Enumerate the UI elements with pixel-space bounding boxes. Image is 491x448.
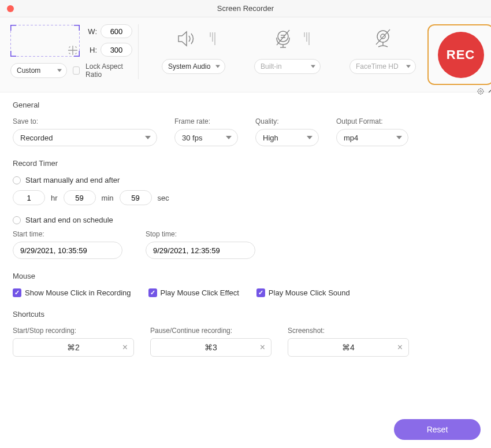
min-unit: min [102, 194, 114, 202]
hr-unit: hr [51, 194, 58, 202]
show-click-checkbox[interactable] [13, 288, 21, 297]
quality-label: Quality: [255, 117, 319, 125]
chevron-up-icon[interactable] [488, 88, 491, 94]
click-effect-label: Play Mouse Click Effect [161, 288, 239, 297]
section-timer: Record Timer [13, 159, 478, 168]
svg-point-7 [480, 91, 482, 92]
shortcut-record-clear[interactable]: × [122, 343, 128, 352]
shortcut-pause-input[interactable]: ⌘3 × [150, 338, 271, 357]
save-to-label: Save to: [13, 117, 157, 125]
section-general: General [13, 101, 478, 109]
shortcut-record-label: Start/Stop recording: [13, 327, 134, 335]
window-title: Screen Recorder [0, 4, 491, 13]
shortcut-pause-clear[interactable]: × [260, 343, 265, 352]
stop-time-label: Stop time: [146, 230, 255, 238]
timer-manual-radio[interactable] [13, 176, 21, 184]
section-mouse: Mouse [13, 272, 478, 280]
stop-time-input[interactable] [146, 242, 255, 259]
timer-hr-input[interactable] [13, 190, 45, 205]
capture-mode-select[interactable]: Custom [10, 63, 67, 78]
section-shortcuts: Shortcuts [13, 310, 478, 319]
timer-schedule-radio[interactable] [13, 216, 21, 224]
audio-level-icon [210, 32, 215, 45]
record-button[interactable]: REC [438, 32, 484, 78]
format-label: Output Format: [336, 117, 408, 125]
audio-source-select[interactable]: System Audio [162, 59, 225, 74]
save-to-select[interactable]: Recorded [13, 129, 157, 146]
click-effect-checkbox[interactable] [148, 288, 157, 297]
timer-schedule-label: Start and end on schedule [25, 216, 113, 224]
svg-rect-0 [10, 25, 80, 57]
format-select[interactable]: mp4 [336, 129, 408, 146]
shortcut-screenshot-value: ⌘4 [342, 343, 355, 352]
mic-source-select[interactable]: Built-in [254, 59, 321, 74]
shortcut-screenshot-clear[interactable]: × [397, 343, 403, 352]
shortcut-record-value: ⌘2 [67, 343, 80, 352]
framerate-select[interactable]: 30 fps [174, 129, 238, 146]
sec-unit: sec [158, 194, 169, 202]
shortcut-screenshot-label: Screenshot: [288, 327, 409, 335]
lock-aspect-label: Lock Aspect Ratio [85, 62, 132, 79]
timer-min-input[interactable] [64, 190, 96, 205]
capture-frame-preview[interactable] [10, 25, 80, 57]
microphone-icon[interactable] [266, 27, 300, 50]
start-time-label: Start time: [13, 230, 122, 238]
shortcut-pause-label: Pause/Continue recording: [150, 327, 271, 335]
settings-gear-icon[interactable] [477, 87, 486, 95]
lock-aspect-checkbox[interactable] [73, 66, 80, 75]
speaker-icon[interactable] [172, 27, 206, 50]
click-sound-label: Play Mouse Click Sound [269, 288, 350, 297]
height-input[interactable] [101, 43, 132, 57]
webcam-icon[interactable] [366, 27, 400, 50]
height-label: H: [87, 46, 97, 54]
mic-level-icon [304, 32, 310, 45]
shortcut-pause-value: ⌘3 [204, 343, 217, 352]
shortcut-screenshot-input[interactable]: ⌘4 × [288, 338, 409, 357]
width-input[interactable] [101, 24, 132, 38]
click-sound-checkbox[interactable] [256, 288, 265, 297]
timer-manual-label: Start manually and end after [25, 176, 120, 184]
shortcut-record-input[interactable]: ⌘2 × [13, 338, 134, 357]
start-time-input[interactable] [13, 242, 122, 259]
reset-button[interactable]: Reset [394, 419, 481, 440]
webcam-select[interactable]: FaceTime HD [349, 59, 416, 74]
framerate-label: Frame rate: [174, 117, 238, 125]
timer-sec-input[interactable] [120, 190, 152, 205]
quality-select[interactable]: High [255, 129, 319, 146]
width-label: W: [87, 27, 97, 36]
show-click-label: Show Mouse Click in Recording [25, 288, 131, 297]
